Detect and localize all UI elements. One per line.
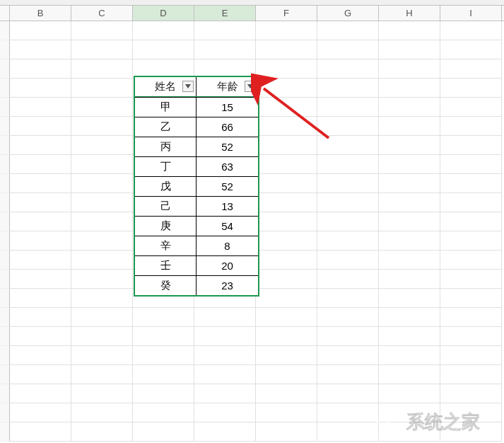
cell[interactable] [379,59,440,79]
cell[interactable] [71,231,133,251]
cell[interactable] [71,155,133,174]
cell[interactable] [317,365,379,384]
cell[interactable] [440,270,502,289]
cell[interactable] [71,251,133,270]
col-header-D[interactable]: D [133,6,194,21]
cell[interactable] [440,174,502,193]
cell-name[interactable]: 辛 [135,236,197,255]
cell[interactable] [440,346,502,365]
cell[interactable] [71,40,133,59]
cell[interactable] [256,270,317,289]
cell[interactable] [440,365,502,384]
cell[interactable] [317,251,379,270]
cell-name[interactable]: 丁 [135,157,197,176]
cell-name[interactable]: 己 [135,197,197,216]
cell[interactable] [194,422,256,442]
cell[interactable] [256,212,317,231]
cell[interactable] [194,365,256,384]
cell[interactable] [71,79,133,98]
cell[interactable] [317,327,379,346]
cell[interactable] [256,117,317,136]
cell-age[interactable]: 23 [197,276,258,295]
cell[interactable] [256,403,317,422]
cell[interactable] [317,289,379,308]
cell[interactable] [10,289,71,308]
cell[interactable] [10,59,71,79]
cell[interactable] [317,21,379,40]
cell[interactable] [133,403,194,422]
cell[interactable] [317,270,379,289]
cell[interactable] [256,346,317,365]
cell[interactable] [440,155,502,174]
cell[interactable] [440,308,502,327]
cell[interactable] [71,308,133,327]
cell[interactable] [379,79,440,98]
cell[interactable] [256,59,317,79]
cell[interactable] [10,98,71,117]
cell[interactable] [133,21,194,40]
cell[interactable] [71,403,133,422]
cell[interactable] [256,136,317,155]
cell[interactable] [440,289,502,308]
cell[interactable] [10,117,71,136]
cell[interactable] [256,40,317,59]
cell[interactable] [379,98,440,117]
cell[interactable] [256,327,317,346]
cell[interactable] [379,365,440,384]
cell[interactable] [379,308,440,327]
table-row[interactable]: 癸23 [135,275,258,295]
cell[interactable] [194,384,256,403]
cell[interactable] [71,365,133,384]
cell[interactable] [317,346,379,365]
cell[interactable] [133,346,194,365]
cell-name[interactable]: 癸 [135,276,197,295]
cell[interactable] [10,40,71,59]
cell[interactable] [256,289,317,308]
cell[interactable] [71,212,133,231]
cell[interactable] [133,327,194,346]
cell[interactable] [256,79,317,98]
cell-age[interactable]: 52 [197,137,258,156]
cell[interactable] [71,21,133,40]
cell[interactable] [71,270,133,289]
cell[interactable] [256,308,317,327]
cell[interactable] [71,117,133,136]
cell[interactable] [10,193,71,212]
cell[interactable] [256,98,317,117]
cell-age[interactable]: 63 [197,157,258,176]
cell[interactable] [71,136,133,155]
cell[interactable] [440,327,502,346]
cell[interactable] [10,79,71,98]
table-row[interactable]: 辛8 [135,236,258,255]
table-row[interactable]: 庚54 [135,216,258,236]
filter-button-name[interactable] [182,81,194,92]
cell[interactable] [256,251,317,270]
cell[interactable] [256,155,317,174]
cell[interactable] [10,346,71,365]
cell[interactable] [133,422,194,442]
col-header-F[interactable]: F [256,6,317,21]
table-row[interactable]: 己13 [135,196,258,216]
cell[interactable] [194,327,256,346]
cell[interactable] [71,98,133,117]
cell[interactable] [440,212,502,231]
cell-name[interactable]: 乙 [135,117,197,137]
cell[interactable] [317,174,379,193]
cell-name[interactable]: 戊 [135,177,197,196]
cell[interactable] [133,384,194,403]
cell[interactable] [440,251,502,270]
cell[interactable] [379,289,440,308]
cell[interactable] [10,384,71,403]
cell[interactable] [317,308,379,327]
cell[interactable] [256,384,317,403]
cell[interactable] [440,40,502,59]
table-row[interactable]: 丁63 [135,156,258,176]
cell[interactable] [317,98,379,117]
cell[interactable] [256,365,317,384]
cell-name[interactable]: 庚 [135,217,197,236]
cell[interactable] [10,270,71,289]
cell-name[interactable]: 甲 [135,98,197,117]
cell[interactable] [379,327,440,346]
cell[interactable] [10,174,71,193]
cell[interactable] [10,155,71,174]
